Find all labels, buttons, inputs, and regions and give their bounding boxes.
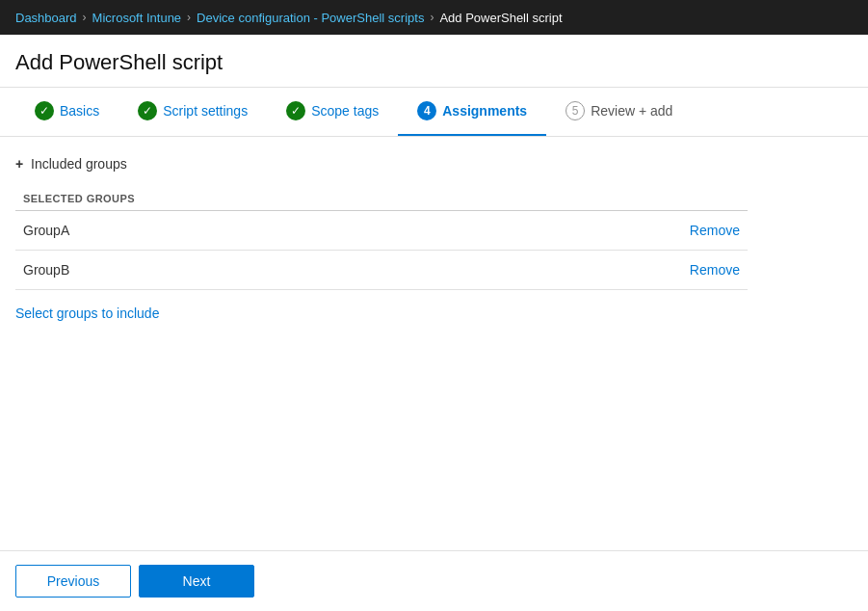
group-name-1: GroupB [15,251,498,290]
tab-review-add-label: Review + add [591,103,672,119]
remove-cell-0: Remove [498,211,748,251]
breadcrumb-dashboard[interactable]: Dashboard [15,11,77,25]
group-name-0: GroupA [15,211,498,251]
tab-script-settings[interactable]: ✓ Script settings [118,88,267,136]
breadcrumb-sep-1: › [83,11,87,24]
footer: Previous Next [0,550,868,611]
plus-icon: + [15,156,23,172]
basics-check-icon: ✓ [35,101,54,120]
breadcrumb-sep-3: › [430,11,434,24]
remove-button-1[interactable]: Remove [690,262,740,278]
tab-review-add[interactable]: 5 Review + add [546,88,692,136]
tab-basics[interactable]: ✓ Basics [15,88,118,136]
main-content: + Included groups Selected Groups GroupA… [0,137,868,340]
review-add-badge: 5 [566,101,585,120]
tab-assignments[interactable]: 4 Assignments [398,88,546,136]
tab-bar: ✓ Basics ✓ Script settings ✓ Scope tags … [0,88,868,137]
remove-cell-1: Remove [498,251,748,290]
previous-button[interactable]: Previous [15,565,131,598]
breadcrumb-sep-2: › [187,11,191,24]
table-row: GroupA Remove [15,211,748,251]
breadcrumb: Dashboard › Microsoft Intune › Device co… [0,0,868,35]
tab-assignments-label: Assignments [442,103,527,119]
page-title: Add PowerShell script [0,35,868,88]
tab-scope-tags-label: Scope tags [311,103,379,119]
tab-basics-label: Basics [60,103,99,119]
next-button[interactable]: Next [139,565,254,598]
breadcrumb-intune[interactable]: Microsoft Intune [92,11,182,25]
assignments-badge: 4 [417,101,436,120]
table-row: GroupB Remove [15,251,748,290]
groups-table: Selected Groups GroupA Remove GroupB Rem… [15,187,748,290]
table-header-selected-groups: Selected Groups [15,187,498,211]
tab-scope-tags[interactable]: ✓ Scope tags [267,88,398,136]
included-groups-header[interactable]: + Included groups [15,156,853,172]
remove-button-0[interactable]: Remove [690,223,740,238]
script-settings-check-icon: ✓ [138,101,157,120]
tab-script-settings-label: Script settings [163,103,248,119]
select-groups-link[interactable]: Select groups to include [15,306,159,321]
breadcrumb-device-config[interactable]: Device configuration - PowerShell script… [197,11,424,25]
included-groups-label: Included groups [31,156,127,172]
breadcrumb-current: Add PowerShell script [439,11,562,25]
scope-tags-check-icon: ✓ [286,101,305,120]
